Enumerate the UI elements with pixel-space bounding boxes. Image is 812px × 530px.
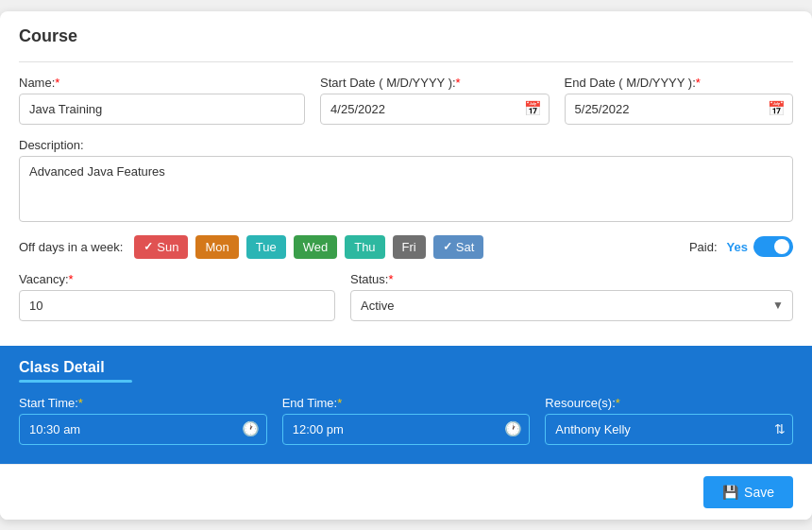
sun-checkmark: ✓ (144, 240, 153, 253)
description-textarea[interactable]: Advanced Java Features (19, 156, 793, 222)
day-btn-tue[interactable]: Tue (246, 235, 286, 259)
day-btn-mon[interactable]: Mon (195, 235, 238, 259)
sat-label: Sat (456, 240, 475, 254)
toggle-container: Yes (727, 236, 793, 257)
vacancy-group: Vacancy:* (19, 272, 335, 321)
sun-label: Sun (157, 240, 178, 254)
resource-group: Resource(s):* Anthony Kelly John Smith J… (545, 396, 793, 445)
class-detail-row: Start Time:* 🕐 End Time:* 🕐 Resource (19, 396, 793, 445)
section-divider (19, 61, 793, 62)
paid-label: Paid: (689, 240, 718, 254)
paid-section: Paid: Yes (689, 236, 793, 257)
day-btn-fri[interactable]: Fri (393, 235, 426, 259)
save-label: Save (744, 485, 774, 500)
end-date-label: End Date ( M/D/YYYY ):* (565, 76, 793, 90)
day-btn-sun[interactable]: ✓ Sun (134, 235, 188, 259)
name-input[interactable] (19, 94, 305, 125)
class-detail-underline (19, 380, 132, 383)
end-time-label: End Time:* (282, 396, 531, 410)
name-date-row: Name:* Start Date ( M/D/YYYY ):* 📅 End D… (19, 76, 793, 125)
save-button[interactable]: 💾 Save (703, 476, 793, 508)
paid-yes-label: Yes (727, 240, 748, 254)
main-container: Course Name:* Start Date ( M/D/YYYY ):* … (0, 11, 812, 520)
sat-checkmark: ✓ (443, 240, 452, 253)
day-btn-wed[interactable]: Wed (294, 235, 338, 259)
day-btn-sat[interactable]: ✓ Sat (433, 235, 484, 259)
start-time-group: Start Time:* 🕐 (19, 396, 267, 445)
thu-label: Thu (354, 240, 375, 254)
end-time-wrapper: 🕐 (282, 414, 531, 445)
footer: 💾 Save (0, 464, 812, 520)
wed-label: Wed (303, 240, 329, 254)
off-days-row: Off days in a week: ✓ Sun Mon Tue Wed Th… (19, 235, 793, 259)
start-date-input[interactable] (320, 94, 549, 125)
class-detail-title: Class Detail (19, 359, 793, 376)
resource-select[interactable]: Anthony Kelly John Smith Jane Doe (545, 414, 793, 445)
off-days-left: Off days in a week: ✓ Sun Mon Tue Wed Th… (19, 235, 483, 259)
status-label: Status:* (350, 272, 793, 286)
vacancy-status-row: Vacancy:* Status:* Active Inactive Pendi… (19, 272, 793, 321)
off-days-label: Off days in a week: (19, 240, 123, 254)
class-detail-section: Class Detail Start Time:* 🕐 End Time:* 🕐 (0, 346, 812, 464)
start-date-group: Start Date ( M/D/YYYY ):* 📅 (320, 76, 549, 125)
description-group: Description: Advanced Java Features (19, 138, 793, 222)
start-date-input-wrapper: 📅 (320, 94, 549, 125)
paid-toggle[interactable] (753, 236, 793, 257)
save-icon: 💾 (722, 485, 738, 500)
end-date-group: End Date ( M/D/YYYY ):* 📅 (565, 76, 793, 125)
toggle-slider (753, 236, 793, 257)
resource-label: Resource(s):* (545, 396, 793, 410)
name-group: Name:* (19, 76, 305, 125)
course-title: Course (19, 26, 793, 46)
status-select[interactable]: Active Inactive Pending (350, 290, 793, 321)
end-time-group: End Time:* 🕐 (282, 396, 531, 445)
mon-label: Mon (205, 240, 228, 254)
day-btn-thu[interactable]: Thu (345, 235, 384, 259)
resource-select-wrapper: Anthony Kelly John Smith Jane Doe ⇅ (545, 414, 793, 445)
tue-label: Tue (256, 240, 277, 254)
fri-label: Fri (402, 240, 416, 254)
status-group: Status:* Active Inactive Pending ▼ (350, 272, 793, 321)
status-select-wrapper: Active Inactive Pending ▼ (350, 290, 793, 321)
end-date-input-wrapper: 📅 (565, 94, 793, 125)
description-label: Description: (19, 138, 793, 152)
name-label: Name:* (19, 76, 305, 90)
start-time-label: Start Time:* (19, 396, 267, 410)
course-section: Course Name:* Start Date ( M/D/YYYY ):* … (0, 11, 812, 346)
start-time-input[interactable] (19, 414, 267, 445)
start-time-wrapper: 🕐 (19, 414, 267, 445)
start-date-label: Start Date ( M/D/YYYY ):* (320, 76, 549, 90)
end-time-input[interactable] (282, 414, 531, 445)
vacancy-label: Vacancy:* (19, 272, 335, 286)
end-date-input[interactable] (565, 94, 793, 125)
vacancy-input[interactable] (19, 290, 335, 321)
